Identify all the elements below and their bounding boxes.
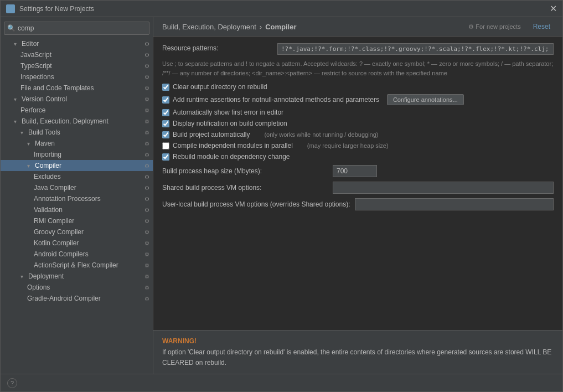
sidebar-item-label: Deployment bbox=[28, 272, 64, 280]
config-icon: ⚙ bbox=[144, 274, 149, 280]
sidebar-item-java-compiler[interactable]: Java Compiler ⚙ bbox=[1, 182, 153, 193]
sidebar-item-label: Version Control bbox=[22, 95, 67, 103]
sidebar-item-label: Maven bbox=[35, 140, 55, 147]
config-icon: ⚙ bbox=[144, 251, 149, 257]
config-icon: ⚙ bbox=[144, 118, 149, 125]
expand-icon: ▾ bbox=[27, 141, 33, 147]
config-icon: ⚙ bbox=[144, 174, 149, 180]
breadcrumb: Build, Execution, Deployment › Compiler bbox=[162, 23, 297, 31]
shared-vm-label: Shared build process VM options: bbox=[162, 184, 328, 192]
add-runtime-label: Add runtime assertions for notnull-annot… bbox=[173, 96, 379, 104]
sidebar: 🔍 ▾ Editor ⚙ JavaScript ⚙ TypeScript ⚙ I… bbox=[1, 17, 153, 374]
sidebar-item-gradle-android-compiler[interactable]: Gradle-Android Compiler ⚙ bbox=[1, 293, 153, 304]
resource-patterns-row: Resource patterns: bbox=[162, 43, 554, 55]
expand-icon: ▾ bbox=[14, 41, 19, 47]
user-vm-input[interactable] bbox=[355, 198, 554, 210]
user-vm-label: User-local build process VM options (ove… bbox=[162, 200, 350, 208]
sidebar-item-inspections[interactable]: Inspections ⚙ bbox=[1, 71, 153, 82]
expand-icon: ▾ bbox=[20, 274, 26, 280]
expand-icon: ▾ bbox=[14, 118, 19, 125]
help-button[interactable]: ? bbox=[7, 378, 17, 388]
breadcrumb-separator: › bbox=[260, 23, 262, 31]
sidebar-item-label: Inspections bbox=[20, 73, 54, 81]
add-runtime-row: Add runtime assertions for notnull-annot… bbox=[162, 94, 554, 105]
sidebar-item-label: Gradle-Android Compiler bbox=[27, 295, 101, 302]
notify-build-checkbox[interactable] bbox=[162, 120, 169, 127]
rebuild-dependency-checkbox[interactable] bbox=[162, 153, 169, 161]
titlebar-left: Settings for New Projects bbox=[6, 4, 94, 13]
show-first-error-checkbox[interactable] bbox=[162, 109, 169, 116]
sidebar-item-build-execution[interactable]: ▾ Build, Execution, Deployment ⚙ bbox=[1, 116, 153, 127]
shared-vm-row: Shared build process VM options: bbox=[162, 182, 554, 194]
config-icon: ⚙ bbox=[144, 296, 149, 302]
clear-output-row: Clear output directory on rebuild bbox=[162, 83, 554, 91]
sidebar-item-importing[interactable]: Importing ⚙ bbox=[1, 149, 153, 160]
sidebar-item-annotation-processors[interactable]: Annotation Processors ⚙ bbox=[1, 193, 153, 204]
build-auto-row: Build project automatically (only works … bbox=[162, 131, 554, 138]
sidebar-item-groovy-compiler[interactable]: Groovy Compiler ⚙ bbox=[1, 226, 153, 238]
rebuild-dependency-row: Rebuild module on dependency change bbox=[162, 153, 554, 161]
sidebar-item-label: Excludes bbox=[34, 173, 61, 180]
warning-title: WARNING! bbox=[162, 337, 197, 345]
search-input[interactable] bbox=[4, 22, 149, 35]
compile-parallel-checkbox[interactable] bbox=[162, 142, 169, 149]
show-first-error-label: Automatically show first error in editor bbox=[173, 109, 283, 116]
compiler-settings-content: Resource patterns: Use ; to separate pat… bbox=[153, 37, 562, 330]
sidebar-item-build-tools[interactable]: ▾ Build Tools ⚙ bbox=[1, 127, 153, 138]
search-box: 🔍 bbox=[4, 22, 149, 35]
build-auto-label: Build project automatically bbox=[173, 131, 250, 138]
close-button[interactable]: ✕ bbox=[550, 4, 557, 13]
sidebar-item-label: File and Code Templates bbox=[20, 84, 94, 92]
expand-icon: ▾ bbox=[20, 130, 26, 136]
heap-size-input[interactable] bbox=[333, 165, 377, 177]
app-icon bbox=[6, 4, 15, 13]
add-runtime-checkbox[interactable] bbox=[162, 96, 169, 104]
titlebar: Settings for New Projects ✕ bbox=[1, 1, 562, 17]
config-icon: ⚙ bbox=[144, 185, 149, 191]
notify-build-row: Display notification on build completion bbox=[162, 120, 554, 127]
reset-button[interactable]: Reset bbox=[530, 22, 554, 32]
sidebar-item-options[interactable]: Options ⚙ bbox=[1, 282, 153, 293]
sidebar-item-kotlin-compiler[interactable]: Kotlin Compiler ⚙ bbox=[1, 238, 153, 249]
bottom-bar: ? bbox=[1, 374, 562, 391]
main-panel: Build, Execution, Deployment › Compiler … bbox=[153, 17, 562, 374]
sidebar-item-label: Android Compilers bbox=[34, 250, 89, 258]
sidebar-item-typescript[interactable]: TypeScript ⚙ bbox=[1, 60, 153, 71]
config-icon: ⚙ bbox=[144, 96, 149, 102]
sidebar-item-actionscript-flex-compiler[interactable]: ActionScript & Flex Compiler ⚙ bbox=[1, 260, 153, 271]
resource-patterns-input[interactable] bbox=[277, 43, 554, 55]
config-icon: ⚙ bbox=[144, 262, 149, 269]
configure-annotations-button[interactable]: Configure annotations... bbox=[387, 94, 464, 105]
breadcrumb-parent: Build, Execution, Deployment bbox=[162, 23, 256, 31]
config-icon: ⚙ bbox=[144, 141, 149, 147]
sidebar-item-file-code-templates[interactable]: File and Code Templates ⚙ bbox=[1, 82, 153, 94]
config-icon: ⚙ bbox=[144, 196, 149, 202]
settings-window: Settings for New Projects ✕ 🔍 ▾ Editor ⚙… bbox=[0, 0, 563, 392]
sidebar-item-label: Groovy Compiler bbox=[34, 228, 84, 236]
shared-vm-input[interactable] bbox=[333, 182, 554, 194]
config-icon: ⚙ bbox=[144, 107, 149, 114]
sidebar-item-maven[interactable]: ▾ Maven ⚙ bbox=[1, 138, 153, 149]
sidebar-item-label: Kotlin Compiler bbox=[34, 239, 79, 247]
sidebar-item-editor[interactable]: ▾ Editor ⚙ bbox=[1, 38, 153, 49]
sidebar-item-rmi-compiler[interactable]: RMI Compiler ⚙ bbox=[1, 215, 153, 226]
sidebar-item-validation[interactable]: Validation ⚙ bbox=[1, 204, 153, 215]
sidebar-item-deployment[interactable]: ▾ Deployment ⚙ bbox=[1, 271, 153, 282]
clear-output-checkbox[interactable] bbox=[162, 84, 169, 91]
config-icon: ⚙ bbox=[144, 85, 149, 91]
sidebar-item-perforce[interactable]: Perforce ⚙ bbox=[1, 105, 153, 116]
sidebar-item-label: Options bbox=[27, 283, 50, 291]
sidebar-item-version-control[interactable]: ▾ Version Control ⚙ bbox=[1, 94, 153, 105]
sidebar-item-android-compilers[interactable]: Android Compilers ⚙ bbox=[1, 249, 153, 260]
sidebar-item-javascript[interactable]: JavaScript ⚙ bbox=[1, 49, 153, 60]
main-content-area: 🔍 ▾ Editor ⚙ JavaScript ⚙ TypeScript ⚙ I… bbox=[1, 17, 562, 374]
search-icon: 🔍 bbox=[7, 24, 16, 32]
sidebar-item-excludes[interactable]: Excludes ⚙ bbox=[1, 171, 153, 182]
config-icon: ⚙ bbox=[144, 52, 149, 58]
sidebar-item-label: Compiler bbox=[35, 162, 61, 169]
notify-build-label: Display notification on build completion bbox=[173, 120, 287, 127]
build-auto-checkbox[interactable] bbox=[162, 131, 169, 138]
sidebar-item-compiler[interactable]: ▾ Compiler ⚙ bbox=[1, 160, 153, 171]
sidebar-item-label: Editor bbox=[22, 40, 39, 48]
config-icon: ⚙ bbox=[144, 229, 149, 235]
